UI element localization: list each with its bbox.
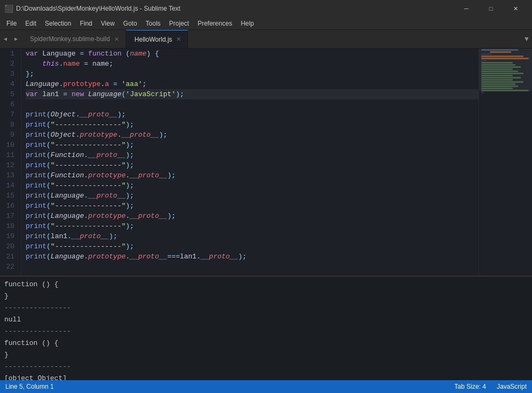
line-num-16: 16 xyxy=(0,201,17,211)
menu-preferences[interactable]: Preferences xyxy=(193,17,237,29)
minimap-line xyxy=(481,85,518,87)
console-line-7: } xyxy=(4,349,528,361)
line-num-21: 21 xyxy=(0,251,17,262)
menu-find[interactable]: Find xyxy=(75,17,96,29)
line-num-5: 5 xyxy=(0,89,17,99)
minimap-line xyxy=(481,64,515,66)
code-line-5: var lan1 = new Language('JavaScript'); xyxy=(26,89,479,99)
console-line-8: ---------------- xyxy=(4,361,528,373)
code-line-13: print(Function.prototype.__proto__); xyxy=(26,170,479,180)
minimap-line xyxy=(481,49,518,51)
line-num-7: 7 xyxy=(0,109,17,120)
menu-selection[interactable]: Selection xyxy=(41,17,75,29)
tab-close-spidermonkey[interactable]: ✕ xyxy=(114,36,119,43)
line-num-20: 20 xyxy=(0,241,17,251)
code-line-9: print(Object.prototype.__proto__); xyxy=(26,130,479,140)
code-line-1: var Language = function (name) { xyxy=(26,49,479,59)
minimap-line xyxy=(481,90,529,91)
minimap-line xyxy=(481,70,518,72)
line-num-18: 18 xyxy=(0,221,17,231)
code-line-17: print(Language.prototype.__proto__); xyxy=(26,211,479,221)
code-line-2: this.name = name; xyxy=(26,59,479,69)
menu-view[interactable]: View xyxy=(97,17,119,29)
tab-label-helloworld: HelloWorld.js xyxy=(135,36,172,43)
minimap-line xyxy=(481,81,523,83)
tab-nav-left[interactable]: ◀ xyxy=(0,30,11,48)
minimap-line xyxy=(481,58,529,59)
menu-goto[interactable]: Goto xyxy=(119,17,142,29)
code-line-10: print("----------------"); xyxy=(26,140,479,150)
menu-project[interactable]: Project xyxy=(165,17,193,29)
console-line-4: null xyxy=(4,314,528,326)
line-num-4: 4 xyxy=(0,79,17,89)
tab-helloworld[interactable]: HelloWorld.js ✕ xyxy=(126,30,188,48)
code-line-16: print("----------------"); xyxy=(26,201,479,211)
code-line-18: print("----------------"); xyxy=(26,221,479,231)
code-line-22 xyxy=(26,262,479,272)
maximize-button[interactable]: □ xyxy=(479,0,503,17)
minimize-button[interactable]: ─ xyxy=(454,0,479,17)
line-num-1: 1 xyxy=(0,49,17,59)
code-line-20: print("----------------"); xyxy=(26,241,479,251)
close-button[interactable]: ✕ xyxy=(503,0,528,17)
editor-container: 1 2 3 4 5 6 7 8 9 10 11 12 13 14 15 16 1… xyxy=(0,49,532,380)
code-content[interactable]: var Language = function (name) { this.na… xyxy=(21,49,479,276)
menu-edit[interactable]: Edit xyxy=(21,17,41,29)
line-num-14: 14 xyxy=(0,180,17,191)
tab-overflow-button[interactable]: ▼ xyxy=(521,30,532,48)
status-bar: Line 5, Column 1 Tab Size: 4 JavaScript xyxy=(0,380,532,393)
code-line-21: print(Language.prototype.__proto__===lan… xyxy=(26,251,479,262)
menu-file[interactable]: File xyxy=(2,17,21,29)
menu-help[interactable]: Help xyxy=(237,17,259,29)
tab-label-spidermonkey: SpiderMonkey.sublime-build xyxy=(30,35,110,43)
app-icon: ⬛ xyxy=(4,4,13,13)
minimap-line xyxy=(481,83,515,85)
minimap-line xyxy=(490,51,511,53)
line-num-22: 22 xyxy=(0,262,17,272)
menu-tools[interactable]: Tools xyxy=(142,17,165,29)
code-line-11: print(Function.__proto__); xyxy=(26,150,479,160)
minimap-line xyxy=(481,92,484,93)
line-num-6: 6 xyxy=(0,99,17,109)
code-line-19: print(lan1.__proto__); xyxy=(26,231,479,241)
code-line-6 xyxy=(26,99,479,109)
code-line-15: print(Language.__proto__); xyxy=(26,191,479,201)
minimap-line xyxy=(481,73,523,74)
line-num-12: 12 xyxy=(0,160,17,170)
minimap-line xyxy=(481,53,492,55)
line-num-17: 17 xyxy=(0,211,17,221)
line-numbers: 1 2 3 4 5 6 7 8 9 10 11 12 13 14 15 16 1… xyxy=(0,49,21,276)
line-num-3: 3 xyxy=(0,69,17,79)
line-num-11: 11 xyxy=(0,150,17,160)
tab-size[interactable]: Tab Size: 4 xyxy=(455,383,486,390)
console-area: function () { } ---------------- null --… xyxy=(0,276,532,380)
language-mode[interactable]: JavaScript xyxy=(497,383,527,390)
line-num-8: 8 xyxy=(0,120,17,130)
minimap-line xyxy=(481,66,521,68)
status-bar-right: Tab Size: 4 JavaScript xyxy=(455,383,527,390)
minimap-line xyxy=(481,75,513,76)
console-line-2: } xyxy=(4,290,528,302)
code-line-12: print("----------------"); xyxy=(26,160,479,170)
minimap[interactable] xyxy=(479,49,532,276)
minimap-line xyxy=(481,68,513,70)
code-line-4: Language.prototype.a = 'aaa'; xyxy=(26,79,479,89)
tab-close-helloworld[interactable]: ✕ xyxy=(176,36,181,43)
code-line-3: }; xyxy=(26,69,479,79)
tab-nav-right[interactable]: ▶ xyxy=(11,30,21,48)
line-num-19: 19 xyxy=(0,231,17,241)
minimap-line xyxy=(481,79,513,81)
console-line-5: ---------------- xyxy=(4,326,528,337)
tab-spidermonkey[interactable]: SpiderMonkey.sublime-build ✕ xyxy=(21,30,126,48)
minimap-line xyxy=(481,88,513,89)
minimap-line xyxy=(481,60,487,61)
tab-bar: ◀ ▶ SpiderMonkey.sublime-build ✕ HelloWo… xyxy=(0,30,532,49)
title-bar: ⬛ D:\Downloads\SpiderMonkey\HelloWorld.j… xyxy=(0,0,532,17)
window-title: D:\Downloads\SpiderMonkey\HelloWorld.js … xyxy=(16,5,454,12)
console-line-6: function () { xyxy=(4,337,528,349)
line-num-15: 15 xyxy=(0,191,17,201)
line-num-2: 2 xyxy=(0,59,17,69)
line-num-13: 13 xyxy=(0,170,17,180)
code-line-14: print("----------------"); xyxy=(26,180,479,191)
minimap-thumb xyxy=(479,49,532,91)
